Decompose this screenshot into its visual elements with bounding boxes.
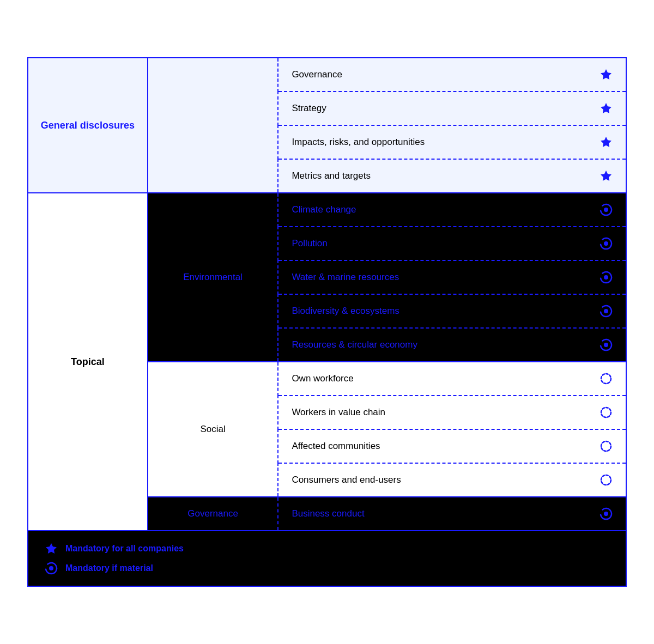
circle-icon-env-1: [600, 237, 613, 250]
circle-icon-gov-0: [600, 507, 613, 520]
gov-label-text: Governance: [187, 508, 238, 519]
social-label-text: Social: [200, 424, 225, 434]
circle-dash-icon-0: [600, 372, 613, 385]
social-item-3-cell: Consumers and end-users: [278, 463, 626, 497]
general-item-0: Governance: [278, 58, 626, 91]
general-label: General disclosures: [28, 58, 148, 193]
legend-circle-icon: [45, 562, 58, 575]
general-item-1-text: Strategy: [292, 103, 326, 114]
svg-point-6: [604, 275, 608, 280]
gov-item-0-cell: Business conduct: [278, 497, 626, 531]
social-item-2-cell: Affected communities: [278, 429, 626, 463]
gov-item-0-text: Business conduct: [292, 508, 364, 519]
env-item-3-text: Biodiversity & ecosystems: [292, 306, 399, 317]
circle-dash-icon-2: [600, 440, 613, 453]
svg-point-10: [601, 408, 611, 417]
env-item-4: Resources & circular economy: [278, 329, 626, 361]
legend: Mandatory for all companies Mandatory if…: [27, 531, 627, 587]
svg-marker-3: [601, 171, 611, 181]
general-item-1: Strategy: [278, 92, 626, 125]
main-table: General disclosures Governance Strategy …: [27, 57, 627, 531]
gov-item-0: Business conduct: [278, 497, 626, 530]
general-item-3: Metrics and targets: [278, 160, 626, 192]
social-item-2: Affected communities: [278, 430, 626, 463]
general-item-3-text: Metrics and targets: [292, 171, 371, 181]
env-item-1-text: Pollution: [292, 238, 327, 249]
env-row-0: Topical Environmental Climate change: [28, 193, 626, 227]
svg-point-9: [601, 374, 611, 384]
general-disclosures-row: General disclosures Governance: [28, 58, 626, 92]
env-item-0-text: Climate change: [292, 204, 356, 215]
svg-marker-0: [601, 69, 611, 80]
general-item-1-cell: Strategy: [278, 92, 626, 125]
circle-icon-env-4: [600, 338, 613, 351]
svg-marker-14: [46, 543, 57, 554]
circle-icon-env-0: [600, 203, 613, 216]
general-item-2-text: Impacts, risks, and opportunities: [292, 137, 425, 148]
general-label-text: General disclosures: [41, 120, 135, 131]
env-item-1-cell: Pollution: [278, 227, 626, 260]
env-item-2: Water & marine resources: [278, 261, 626, 294]
env-item-3: Biodiversity & ecosystems: [278, 295, 626, 327]
environmental-label-text: Environmental: [183, 272, 243, 282]
star-icon-0: [600, 68, 613, 81]
legend-star-icon: [45, 542, 58, 555]
legend-label-0: Mandatory for all companies: [65, 544, 184, 554]
env-item-0: Climate change: [278, 193, 626, 226]
social-item-1-text: Workers in value chain: [292, 407, 385, 418]
general-item-2: Impacts, risks, and opportunities: [278, 126, 626, 159]
general-item-2-cell: Impacts, risks, and opportunities: [278, 125, 626, 159]
svg-marker-2: [601, 137, 611, 147]
svg-point-8: [604, 343, 608, 347]
svg-point-12: [601, 475, 611, 485]
topical-label-text: Topical: [71, 356, 105, 367]
svg-point-15: [49, 566, 53, 570]
env-item-4-cell: Resources & circular economy: [278, 328, 626, 362]
legend-item-0: Mandatory for all companies: [45, 542, 609, 555]
circle-dash-icon-1: [600, 406, 613, 419]
env-item-3-cell: Biodiversity & ecosystems: [278, 294, 626, 328]
social-item-0-text: Own workforce: [292, 373, 353, 384]
circle-icon-env-2: [600, 271, 613, 284]
env-item-1: Pollution: [278, 227, 626, 260]
star-icon-3: [600, 169, 613, 183]
general-items-col: Governance: [278, 58, 626, 92]
circle-icon-env-3: [600, 305, 613, 318]
social-item-1: Workers in value chain: [278, 396, 626, 429]
general-sublabel-empty: [148, 58, 278, 193]
env-item-2-text: Water & marine resources: [292, 272, 399, 283]
star-icon-2: [600, 136, 613, 149]
social-item-1-cell: Workers in value chain: [278, 396, 626, 429]
circle-dash-icon-3: [600, 473, 613, 487]
general-item-3-cell: Metrics and targets: [278, 159, 626, 193]
social-item-3-text: Consumers and end-users: [292, 475, 401, 485]
star-icon-1: [600, 102, 613, 115]
social-item-2-text: Affected communities: [292, 441, 380, 452]
general-item-0-text: Governance: [292, 69, 342, 80]
svg-point-13: [604, 512, 608, 516]
svg-point-4: [604, 208, 608, 212]
social-item-0-cell: Own workforce: [278, 362, 626, 396]
social-item-0: Own workforce: [278, 362, 626, 395]
env-item-4-text: Resources & circular economy: [292, 339, 417, 350]
svg-marker-1: [601, 103, 611, 113]
svg-point-11: [601, 441, 611, 451]
environmental-label-cell: Environmental: [148, 193, 278, 362]
social-label-cell: Social: [148, 362, 278, 497]
gov-label-cell: Governance: [148, 497, 278, 531]
social-item-3: Consumers and end-users: [278, 464, 626, 496]
svg-point-5: [604, 241, 608, 246]
env-item-0-cell: Climate change: [278, 193, 626, 227]
env-item-2-cell: Water & marine resources: [278, 260, 626, 294]
svg-point-7: [604, 309, 608, 313]
legend-label-1: Mandatory if material: [65, 563, 153, 573]
topical-label: Topical: [28, 193, 148, 531]
legend-item-1: Mandatory if material: [45, 562, 609, 575]
